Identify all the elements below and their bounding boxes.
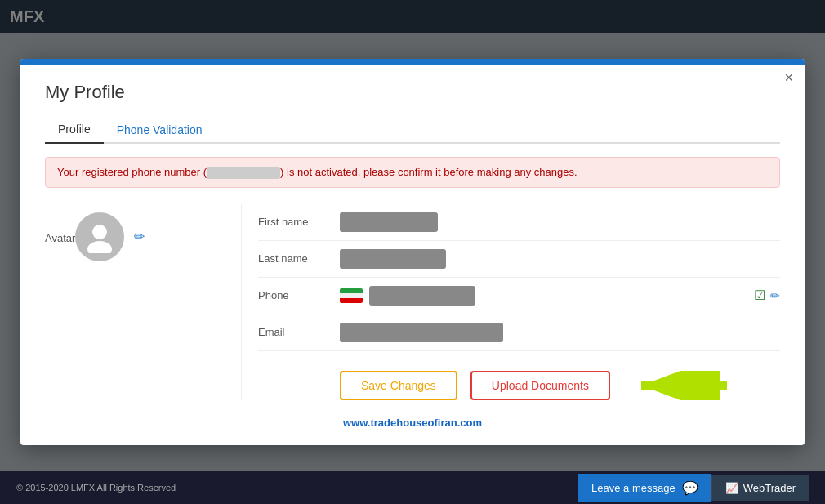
tab-profile[interactable]: Profile xyxy=(45,116,104,144)
svg-point-1 xyxy=(87,241,112,253)
phone-edit-button[interactable]: ✏ xyxy=(770,289,780,302)
modal: × My Profile Profile Phone Validation Yo… xyxy=(20,59,805,445)
email-value xyxy=(340,323,780,342)
lastname-blurred xyxy=(340,249,446,269)
flag-red-stripe xyxy=(340,298,363,303)
footer: © 2015-2020 LMFX All Rights Reserved Lea… xyxy=(0,471,825,504)
actions-row: Save Changes Upload Documents xyxy=(258,371,780,400)
iran-flag-icon xyxy=(340,288,363,303)
email-blurred xyxy=(340,323,503,342)
lastname-row: Last name xyxy=(258,241,780,278)
footer-copyright: © 2015-2020 LMFX All Rights Reserved xyxy=(16,483,176,493)
leave-message-button[interactable]: Leave a message 💬 xyxy=(578,474,711,502)
phone-row: Phone ☑ ✏ xyxy=(258,278,780,314)
phone-label: Phone xyxy=(258,289,340,301)
modal-title: My Profile xyxy=(45,82,780,103)
tab-phone-validation[interactable]: Phone Validation xyxy=(104,116,216,144)
avatar-image xyxy=(75,212,124,261)
phone-verified-icon: ☑ xyxy=(754,288,765,303)
content-row: Avatar ✏ xyxy=(45,204,780,400)
pencil-icon: ✏ xyxy=(134,230,145,243)
avatar-edit-button[interactable]: ✏ xyxy=(134,229,145,244)
chart-icon: 📈 xyxy=(725,482,738,494)
save-changes-button[interactable]: Save Changes xyxy=(340,371,457,400)
phone-icons: ☑ ✏ xyxy=(754,288,780,303)
modal-overlay: × My Profile Profile Phone Validation Yo… xyxy=(0,0,825,504)
arrow-annotation xyxy=(633,371,731,400)
arrow-icon xyxy=(633,371,731,400)
modal-close-button[interactable]: × xyxy=(784,70,793,85)
alert-text: Your registered phone number () is not a… xyxy=(57,166,578,178)
firstname-blurred xyxy=(340,212,438,232)
webtrader-label: WebTrader xyxy=(743,482,796,494)
avatar-section: Avatar ✏ xyxy=(45,204,208,400)
website-link[interactable]: www.tradehouseofiran.com xyxy=(45,417,780,429)
firstname-value xyxy=(340,212,780,232)
upload-documents-button[interactable]: Upload Documents xyxy=(470,371,610,400)
phone-value: ☑ ✏ xyxy=(340,286,780,306)
leave-message-label: Leave a message xyxy=(591,482,676,494)
avatar-label: Avatar xyxy=(45,232,75,244)
avatar-silhouette-icon xyxy=(83,221,116,253)
fields-section: First name Last name Phone xyxy=(241,204,780,400)
modal-accent-bar xyxy=(20,59,805,65)
modal-body: My Profile Profile Phone Validation Your… xyxy=(20,65,805,445)
email-label: Email xyxy=(258,326,340,338)
footer-right: Leave a message 💬 📈 WebTrader xyxy=(578,474,809,502)
firstname-row: First name xyxy=(258,204,780,241)
firstname-label: First name xyxy=(258,216,340,228)
phone-blurred xyxy=(369,286,475,306)
lastname-value xyxy=(340,249,780,269)
svg-point-0 xyxy=(92,225,107,239)
email-row: Email xyxy=(258,314,780,351)
webtrader-button[interactable]: 📈 WebTrader xyxy=(711,475,809,501)
lastname-label: Last name xyxy=(258,252,340,265)
tabs: Profile Phone Validation xyxy=(45,116,780,144)
avatar-container: ✏ xyxy=(75,212,145,270)
chat-bubble-icon: 💬 xyxy=(682,480,698,496)
phone-alert: Your registered phone number () is not a… xyxy=(45,157,780,188)
